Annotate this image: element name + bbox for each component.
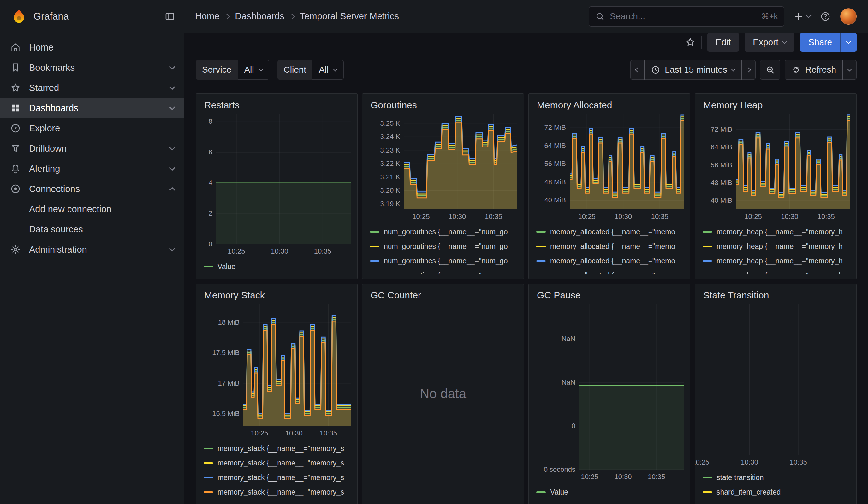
- x-axis-labels: 10:2510:3010:35: [216, 244, 351, 257]
- chevron-right-icon: [225, 13, 230, 19]
- add-menu-button[interactable]: [793, 11, 810, 22]
- chevron-up-icon[interactable]: [169, 187, 175, 193]
- service-value-dropdown[interactable]: All: [238, 60, 269, 80]
- panel-title[interactable]: State Transition: [703, 289, 850, 301]
- legend-item[interactable]: memory_stack {__name__="memory_s: [204, 485, 351, 499]
- sidebar-item-explore[interactable]: Explore: [0, 118, 184, 138]
- share-menu-button[interactable]: [840, 33, 857, 52]
- sidebar-item-add-new-connection[interactable]: Add new connection: [0, 199, 184, 219]
- legend-item[interactable]: memory_heap {__name__="memory_h: [703, 254, 850, 268]
- legend: memory_stack {__name__="memory_smemory_s…: [202, 441, 351, 499]
- sidebar-item-label: Add new connection: [29, 204, 176, 214]
- breadcrumb-home[interactable]: Home: [195, 11, 219, 21]
- x-tick-label: 10:25: [412, 213, 430, 221]
- panel-title[interactable]: Goroutines: [371, 99, 517, 112]
- legend-item[interactable]: memory_stack {__name__="memory_s: [204, 456, 351, 470]
- plot-area[interactable]: [736, 114, 850, 209]
- x-tick-label: 10:30: [448, 213, 466, 221]
- dashboards-icon: [10, 103, 21, 113]
- refresh-interval-button[interactable]: [843, 60, 857, 80]
- y-tick-label: 72 MiB: [545, 123, 566, 132]
- panel-title[interactable]: Memory Stack: [204, 289, 351, 301]
- legend-item[interactable]: memory_stack {__name__="memory_s: [204, 441, 351, 456]
- time-range-picker[interactable]: Last 15 minutes: [644, 60, 742, 80]
- breadcrumb-current: Temporal Server Metrics: [300, 11, 399, 21]
- chevron-down-icon[interactable]: [169, 64, 175, 70]
- legend-item[interactable]: memory_allocated {__name__="memo: [536, 239, 684, 254]
- sidebar-item-administration[interactable]: Administration: [0, 239, 184, 260]
- client-value-dropdown[interactable]: All: [312, 60, 344, 80]
- legend-item[interactable]: memory_heap {__name__="memory_h: [703, 239, 850, 254]
- legend-label: memory_heap {__name__="memory_h: [716, 271, 843, 274]
- sidebar-item-data-sources[interactable]: Data sources: [0, 219, 184, 239]
- home-icon: [10, 42, 21, 53]
- legend-item[interactable]: memory_heap {__name__="memory_h: [703, 225, 850, 239]
- legend-item[interactable]: memory_heap {__name__="memory_h: [703, 268, 850, 274]
- panel-title[interactable]: Memory Allocated: [537, 99, 684, 112]
- legend-item[interactable]: num_goroutines {__name__="num_go: [370, 254, 517, 268]
- legend-item[interactable]: num_goroutines {__name__="num_go: [370, 225, 517, 239]
- edit-button[interactable]: Edit: [707, 33, 739, 52]
- x-tick-label: 10:30: [271, 247, 288, 256]
- sidebar-item-connections[interactable]: Connections: [0, 179, 184, 199]
- legend-item[interactable]: memory_allocated {__name__="memo: [536, 225, 684, 239]
- legend-item[interactable]: memory_allocated {__name__="memo: [536, 268, 684, 274]
- y-axis: NaNNaN00 seconds: [535, 304, 579, 470]
- legend-item[interactable]: Value: [204, 259, 351, 274]
- bookmark-icon: [10, 62, 21, 73]
- panel-gc-counter: GC Counter No data: [362, 284, 524, 504]
- grafana-logo-icon[interactable]: [11, 8, 27, 25]
- plot-area[interactable]: [216, 114, 351, 244]
- chart-area: 72 MiB64 MiB56 MiB48 MiB40 MiB: [535, 114, 684, 209]
- favorite-star-button[interactable]: [685, 37, 696, 48]
- plot-area[interactable]: [244, 304, 351, 426]
- star-icon: [10, 82, 21, 93]
- sidebar-item-dashboards[interactable]: Dashboards: [0, 98, 184, 118]
- share-button[interactable]: Share: [800, 33, 840, 52]
- profile-avatar[interactable]: [840, 8, 857, 25]
- sidebar-item-bookmarks[interactable]: Bookmarks: [0, 58, 184, 78]
- plot-area[interactable]: [404, 114, 517, 209]
- plot-area[interactable]: [579, 304, 684, 470]
- help-button[interactable]: [820, 11, 831, 22]
- x-tick-label: 10:35: [314, 247, 331, 256]
- legend-item[interactable]: state transition: [703, 470, 850, 485]
- breadcrumb-dashboards[interactable]: Dashboards: [235, 11, 284, 21]
- panel-title[interactable]: Memory Heap: [703, 99, 850, 112]
- time-forward-button[interactable]: [742, 60, 756, 80]
- panel-restarts: Restarts 8642010:2510:3010:35Value: [196, 93, 358, 279]
- sidebar-item-home[interactable]: Home: [0, 37, 184, 58]
- chevron-down-icon[interactable]: [169, 246, 175, 251]
- chevron-down-icon[interactable]: [169, 165, 175, 171]
- sidebar-toggle-icon[interactable]: [164, 11, 175, 22]
- legend-item[interactable]: memory_stack {__name__="memory_s: [204, 470, 351, 485]
- plot-area[interactable]: [706, 304, 850, 455]
- panel-gc-pause: GC Pause NaNNaN00 seconds10:2510:3010:35…: [528, 284, 690, 504]
- legend-item[interactable]: num_goroutines {__name__="num_go: [370, 268, 517, 274]
- panel-title[interactable]: Restarts: [204, 99, 351, 112]
- chevron-down-icon[interactable]: [169, 84, 175, 90]
- chevron-down-icon[interactable]: [169, 145, 175, 150]
- export-label: Export: [753, 37, 778, 48]
- export-button[interactable]: Export: [745, 33, 794, 52]
- legend-label: memory_allocated {__name__="memo: [550, 271, 675, 274]
- search-box[interactable]: ⌘+k: [589, 6, 784, 27]
- sidebar-item-drilldown[interactable]: Drilldown: [0, 138, 184, 158]
- plot-area[interactable]: [570, 114, 684, 209]
- legend-item[interactable]: shard_item_created: [703, 485, 850, 499]
- search-input[interactable]: [610, 11, 756, 21]
- chevron-down-icon[interactable]: [169, 104, 175, 110]
- sidebar-item-starred[interactable]: Starred: [0, 78, 184, 98]
- refresh-label: Refresh: [805, 65, 836, 75]
- legend-item[interactable]: num_goroutines {__name__="num_go: [370, 239, 517, 254]
- chevron-down-icon: [258, 66, 263, 71]
- legend-label: memory_stack {__name__="memory_s: [217, 459, 344, 467]
- panel-title[interactable]: GC Counter: [371, 289, 517, 301]
- legend-item[interactable]: memory_allocated {__name__="memo: [536, 254, 684, 268]
- refresh-button[interactable]: Refresh: [785, 60, 843, 80]
- sidebar-item-alerting[interactable]: Alerting: [0, 158, 184, 179]
- time-back-button[interactable]: [630, 60, 644, 80]
- zoom-out-button[interactable]: [760, 60, 780, 80]
- legend-item[interactable]: Value: [536, 485, 684, 499]
- panel-title[interactable]: GC Pause: [537, 289, 684, 301]
